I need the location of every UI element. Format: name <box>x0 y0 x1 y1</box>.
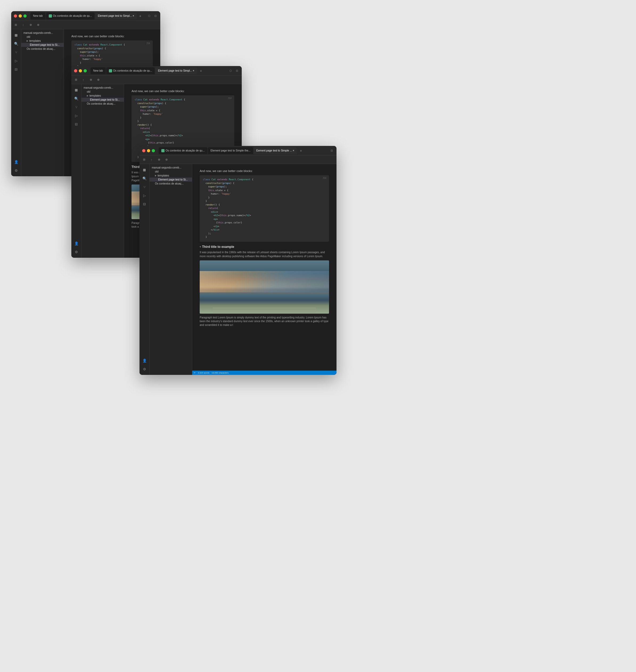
sidebar-icon-search-3[interactable]: 🔍 <box>141 175 148 182</box>
sidebar-icon-explorer-1[interactable]: ⊞ <box>13 32 20 39</box>
tree-label: manual-segundo-cereb... <box>152 166 181 169</box>
sidebar-icon-run-1[interactable]: ▷ <box>13 57 20 64</box>
code-heading-2: And now, we can use better code blocks: <box>132 90 234 93</box>
share-icon-1[interactable]: ⬡ <box>147 14 151 18</box>
traffic-lights-3 <box>142 149 155 152</box>
toolbar-3: ⊞ ↑ ⊕ ⊗ <box>139 156 337 164</box>
tree-item-element-2[interactable]: Element page test to Si... <box>81 98 124 102</box>
new-tab-button-1[interactable]: + <box>137 13 143 19</box>
status-chars-3: 19,650 characters <box>212 372 229 374</box>
sidebar-icon-git-1[interactable]: ⑂ <box>13 48 20 56</box>
toolbar-btn-3-2[interactable]: ↑ <box>149 157 154 162</box>
tab-os-contextos-3[interactable]: Os contextos de atuação de qu... <box>159 147 207 154</box>
tree-item-templates-2[interactable]: ▶ templates <box>81 94 124 98</box>
sidebar-icons-2: ⊞ 🔍 ⑂ ▷ ⊟ 👤 ⚙ <box>71 84 81 258</box>
toolbar-icon-3[interactable]: ⊕ <box>28 23 33 27</box>
maximize-button-1[interactable] <box>23 14 27 18</box>
sidebar-icon-settings-3[interactable]: ⚙ <box>141 365 148 373</box>
sidebar-icon-git-2[interactable]: ⑂ <box>73 103 80 111</box>
fullscreen-icon-3[interactable]: ⊡ <box>330 149 334 153</box>
sidebar-icon-extensions-1[interactable]: ⊟ <box>13 65 20 73</box>
sidebar-icon-git-3[interactable]: ⑂ <box>141 183 148 191</box>
tab-element-2[interactable]: Element page test to Simpl... × <box>155 67 197 74</box>
sidebar-icon-ext-2[interactable]: ⊟ <box>73 120 80 128</box>
tree-item-root-1[interactable]: manual-segundo-cereb... <box>21 31 64 35</box>
tree-label: Os contextos de atuaç... <box>87 102 116 105</box>
tree-item-element-1[interactable]: Element page test to Si... <box>21 43 64 47</box>
sidebar-icon-explorer-3[interactable]: ⊞ <box>141 166 148 174</box>
toolbar-icon-4[interactable]: ⊗ <box>36 23 40 27</box>
sidebar-icon-account-1[interactable]: 👤 <box>13 158 20 165</box>
tree-label: old <box>155 170 158 173</box>
minimize-button-3[interactable] <box>147 149 150 152</box>
tree-item-old-2[interactable]: old <box>81 90 124 94</box>
tab-element-1[interactable]: Element page test to Simpl... × <box>95 13 137 19</box>
new-tab-button-3[interactable]: + <box>297 147 304 154</box>
sidebar-icon-settings-1[interactable]: ⚙ <box>13 167 20 174</box>
tree-label: Os contextos de atuaç... <box>155 182 184 185</box>
sidebar-icon-settings-2[interactable]: ⚙ <box>73 248 80 256</box>
desert-image-3 <box>200 260 329 314</box>
window-3[interactable]: Os contextos de atuação de qu... Element… <box>139 146 337 375</box>
sidebar-icon-account-2[interactable]: 👤 <box>73 240 80 247</box>
sidebar-icon-ext-3[interactable]: ⊟ <box>141 200 148 208</box>
tab-label: New tab <box>33 14 43 17</box>
toolbar-btn-2-2[interactable]: ↑ <box>81 78 86 82</box>
close-button-1[interactable] <box>14 14 17 18</box>
fullscreen-icon-1[interactable]: ⊡ <box>153 14 158 18</box>
tree-item-templates-3[interactable]: ▶ templates <box>150 174 192 178</box>
toolbar-btn-2-1[interactable]: ⊞ <box>74 78 78 82</box>
tree-item-templates-1[interactable]: ▶ templates <box>21 39 64 43</box>
tab-element-3[interactable]: Eement page test to Simple ... × <box>254 147 297 154</box>
toolbar-icon-1[interactable]: ⊞ <box>13 23 18 27</box>
close-button-3[interactable] <box>142 149 145 152</box>
titlebar-3: Os contextos de atuação de qu... Element… <box>139 146 337 156</box>
status-edit-icon-3: ✏ <box>194 372 196 374</box>
sidebar-icon-search-1[interactable]: 🔍 <box>13 40 20 47</box>
toolbar-btn-3-3[interactable]: ⊕ <box>157 157 161 162</box>
tree-arrow-2: ▶ <box>87 95 88 97</box>
tree-label: templates <box>90 94 101 97</box>
tree-arrow-1: ▶ <box>27 40 28 42</box>
toolbar-btn-2-4[interactable]: ⊗ <box>96 78 101 82</box>
share-icon-2[interactable]: ⬡ <box>228 69 233 73</box>
toolbar-icon-2[interactable]: ↑ <box>21 23 25 27</box>
maximize-button-3[interactable] <box>152 149 155 152</box>
fullscreen-icon-2[interactable]: ⊡ <box>235 69 239 73</box>
toolbar-btn-3-1[interactable]: ⊞ <box>142 157 146 162</box>
sidebar-icon-run-2[interactable]: ▷ <box>73 112 80 119</box>
tree-item-old-1[interactable]: old <box>21 35 64 39</box>
tree-item-os-contextos-2[interactable]: Os contextos de atuaç... <box>81 102 124 106</box>
tab-element-simple-3[interactable]: Element page test to Simple the... <box>208 147 253 154</box>
tab-newtab-1[interactable]: New tab <box>31 13 45 19</box>
sidebar-icon-run-3[interactable]: ▷ <box>141 192 148 199</box>
para-text-3: Paragraph test Lorem Ipsum is simply dum… <box>200 316 329 327</box>
section-arrow-3: ▾ <box>200 245 201 248</box>
tab-newtab-2[interactable]: New tab <box>91 67 106 74</box>
sidebar-icon-account-3[interactable]: 👤 <box>141 357 148 364</box>
toolbar-btn-3-4[interactable]: ⊗ <box>164 157 169 162</box>
tab-os-contextos-1[interactable]: Os contextos de atuação de qu... <box>46 13 95 19</box>
tree-item-os-contextos-1[interactable]: Os contextos de atuaç... <box>21 47 64 51</box>
maximize-button-2[interactable] <box>84 69 87 73</box>
tree-item-os-contextos-3[interactable]: Os contextos de atuaç... <box>150 182 192 185</box>
tree-item-root-2[interactable]: manual-segundo-cereb... <box>81 86 124 90</box>
new-tab-button-2[interactable]: + <box>198 67 204 74</box>
tree-item-root-3[interactable]: manual-segundo-cereb... <box>150 165 192 170</box>
tab-os-contextos-2[interactable]: Os contextos de atuação de qu... <box>106 67 155 74</box>
minimize-button-2[interactable] <box>79 69 82 73</box>
sidebar-icon-explorer-2[interactable]: ⊞ <box>73 86 80 94</box>
sidebar-icon-search-2[interactable]: 🔍 <box>73 95 80 102</box>
tab-bar-2: New tab Os contextos de atuação de qu...… <box>91 67 225 74</box>
statusbar-3: ✏ 4,525 words 19,650 characters <box>192 371 337 375</box>
tree-item-element-3[interactable]: Element page test to Si... <box>150 178 192 182</box>
close-button-2[interactable] <box>74 69 77 73</box>
tab-bar-3: Os contextos de atuação de qu... Element… <box>159 147 326 154</box>
tree-item-old-3[interactable]: old <box>150 170 192 174</box>
filetree-3: manual-segundo-cereb... old ▶ templates … <box>150 164 192 375</box>
toolbar-btn-2-3[interactable]: ⊕ <box>88 78 93 82</box>
titlebar-2: New tab Os contextos de atuação de qu...… <box>71 66 242 76</box>
tree-label: Element page test to Si... <box>90 98 120 101</box>
minimize-button-1[interactable] <box>19 14 22 18</box>
tree-label: templates <box>158 174 169 177</box>
